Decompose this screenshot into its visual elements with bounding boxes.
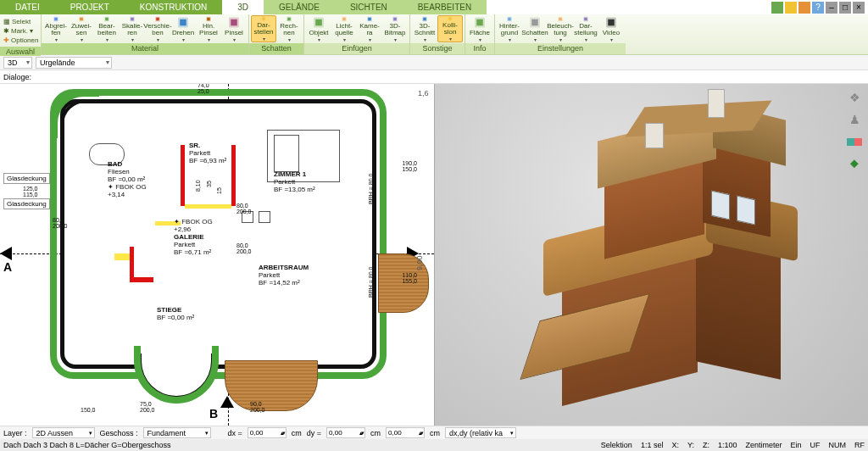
svg-rect-7 — [131, 18, 134, 21]
dialog-row: Dialoge: — [0, 70, 868, 84]
status-selektion: Selektion — [601, 441, 632, 449]
svg-rect-23 — [342, 18, 346, 21]
ribbon-btn-skalieren[interactable]: Skalie- ren▾ — [120, 15, 145, 42]
ribbon-btn-dbitmap[interactable]: 3D- Bitmap▾ — [382, 15, 408, 42]
geschoss-select[interactable]: Fundament — [143, 427, 211, 438]
status-bar: Dach Dach 3 Dach 8 L=Dächer G=Obergescho… — [0, 439, 868, 451]
status-ein: Ein — [790, 441, 801, 449]
ribbon-btn-pinsel[interactable]: Pinsel▾ — [221, 15, 247, 42]
svg-rect-15 — [231, 19, 237, 26]
ribbon-btn-abgreifen[interactable]: Abgrei- fen▾ — [43, 15, 69, 42]
ribbon-btn-kamera[interactable]: Kame- ra▾ — [357, 15, 382, 42]
ribbon-group-schatten: Dar- stellen▾Rech- nen▾ Schatten — [249, 14, 304, 54]
ribbon-btn-objekt[interactable]: Objekt▾ — [306, 15, 331, 42]
menu-tab-datei[interactable]: DATEI — [0, 0, 55, 14]
svg-rect-17 — [263, 18, 265, 20]
ribbon-btn-video[interactable]: Video▾ — [598, 15, 624, 42]
dy-label: dy = — [307, 429, 321, 437]
house-3d — [537, 92, 791, 406]
dx-label: dx = — [228, 429, 242, 437]
viewport-tools: ❖ ♟ ⯁ — [846, 89, 863, 172]
ribbon-btn-beleuchtung[interactable]: Beleuch- tung▾ — [548, 15, 573, 42]
menu-tab-konstruktion[interactable]: KONSTRUKTION — [125, 0, 222, 14]
dy-input[interactable]: 0,00 — [326, 427, 365, 438]
ribbon-btn-hintergrund[interactable]: Hinter- grund▾ — [497, 15, 522, 42]
layer-select[interactable]: 2D Aussen — [32, 427, 95, 438]
status-unit: Zentimeter — [745, 441, 782, 449]
coord-mode-select[interactable]: dx,dy (relativ ka — [445, 427, 516, 438]
menu-tab-bearbeiten[interactable]: BEARBEITEN — [403, 0, 487, 14]
ribbon-btn-dschnitt[interactable]: 3D- Schnitt▾ — [412, 15, 437, 42]
viewport-3d[interactable]: ❖ ♟ ⯁ — [434, 84, 869, 426]
dialoge-label: Dialoge: — [3, 73, 31, 81]
glass-label-1: Glasdeckung — [3, 173, 50, 184]
minimize-icon[interactable]: – — [826, 2, 837, 14]
svg-rect-35 — [508, 18, 511, 21]
ribbon-btn-flche[interactable]: Fläche▾ — [467, 15, 492, 42]
menu-tab-projekt[interactable]: PROJEKT — [55, 0, 125, 14]
svg-rect-33 — [476, 19, 483, 26]
ribbon-btn-zuweisen[interactable]: Zuwei- sen▾ — [69, 15, 94, 42]
svg-rect-39 — [559, 18, 562, 21]
menubar: DATEI PROJEKT KONSTRUKTION 3D GELÄNDE SI… — [0, 0, 868, 14]
selekt-button[interactable]: ▦ Selekt — [3, 17, 37, 26]
dx-input[interactable]: 0,00 — [248, 427, 287, 438]
menu-tab-sichten[interactable]: SICHTEN — [335, 0, 403, 14]
section-b: B — [209, 407, 218, 420]
geschoss-label: Geschoss : — [100, 429, 138, 437]
workspace: Glasdeckung Glasdeckung A A B — [0, 84, 868, 426]
status-y: Y: — [687, 441, 694, 449]
ribbon-btn-drehen[interactable]: Drehen▾ — [170, 15, 196, 42]
ribbon-btn-hinpinsel[interactable]: Hin. Pinsel▾ — [196, 15, 221, 42]
palette-icon[interactable] — [846, 133, 863, 150]
svg-rect-1 — [54, 18, 58, 21]
layer-combo[interactable]: Urgelände — [36, 57, 112, 69]
ribbon: ▦ Selekt ✱ Mark. ▾ ✚ Optionen Auswahl Ab… — [0, 14, 868, 55]
scale-9: 9,00 — [415, 255, 424, 270]
ribbon-group-sonstige: 3D- Schnitt▾Kolli- sion▾ Sonstige — [410, 14, 465, 54]
svg-rect-11 — [180, 19, 186, 26]
help-icon[interactable]: ? — [812, 2, 824, 14]
ribbon-btn-schatten[interactable]: Schatten▾ — [522, 15, 548, 42]
status-x: X: — [671, 441, 679, 449]
svg-rect-13 — [207, 18, 210, 21]
ribbon-btn-kollision[interactable]: Kolli- sion▾ — [437, 15, 463, 42]
mark-button[interactable]: ✱ Mark. ▾ — [3, 26, 37, 36]
status-num: NUM — [829, 441, 847, 449]
tree-icon[interactable]: ⯁ — [846, 155, 863, 172]
svg-rect-43 — [608, 19, 615, 26]
viewport-2d[interactable]: Glasdeckung Glasdeckung A A B — [0, 84, 434, 426]
close-icon[interactable]: × — [853, 2, 865, 14]
ribbon-group-info: Fläche▾ Info — [465, 14, 495, 54]
titlebar-icon-1[interactable] — [771, 2, 783, 14]
svg-rect-9 — [156, 18, 159, 21]
view-selector-row: 3D Urgelände — [0, 55, 868, 70]
layer-label: Layer : — [3, 429, 27, 437]
layers-icon[interactable]: ❖ — [846, 89, 863, 106]
menu-tab-gelaende[interactable]: GELÄNDE — [264, 0, 335, 14]
ribbon-btn-darstellung[interactable]: Dar- stellung▾ — [573, 15, 598, 42]
svg-rect-25 — [368, 18, 371, 21]
titlebar-icon-3[interactable] — [798, 2, 810, 14]
svg-rect-21 — [315, 19, 322, 26]
status-sel-val: 1:1 sel — [641, 441, 664, 449]
ribbon-btn-verschieben[interactable]: Verschie- ben▾ — [145, 15, 170, 42]
ribbon-btn-darstellen[interactable]: Dar- stellen▾ — [251, 15, 276, 42]
dz-input[interactable]: 0,00 — [386, 427, 425, 438]
status-scale: 1:100 — [718, 441, 737, 449]
titlebar-icon-2[interactable] — [785, 2, 797, 14]
ribbon-group-material: Abgrei- fen▾Zuwei- sen▾Bear- beiten▾Skal… — [42, 14, 249, 54]
svg-rect-3 — [80, 18, 83, 21]
ribbon-btn-rechnen[interactable]: Rech- nen▾ — [276, 15, 302, 42]
ribbon-group-einfuegen: Objekt▾Licht- quelle▾Kame- ra▾3D- Bitmap… — [304, 14, 410, 54]
status-z: Z: — [703, 441, 709, 449]
ribbon-btn-lichtquelle[interactable]: Licht- quelle▾ — [331, 15, 357, 42]
optionen-button[interactable]: ✚ Optionen — [3, 36, 37, 45]
ribbon-btn-bearbeiten[interactable]: Bear- beiten▾ — [94, 15, 120, 42]
svg-rect-37 — [531, 19, 538, 26]
svg-rect-19 — [287, 18, 291, 21]
view-mode-combo[interactable]: 3D — [3, 57, 32, 69]
furnish-icon[interactable]: ♟ — [846, 111, 863, 128]
maximize-icon[interactable]: □ — [839, 2, 851, 14]
menu-tab-3d[interactable]: 3D — [222, 0, 264, 14]
